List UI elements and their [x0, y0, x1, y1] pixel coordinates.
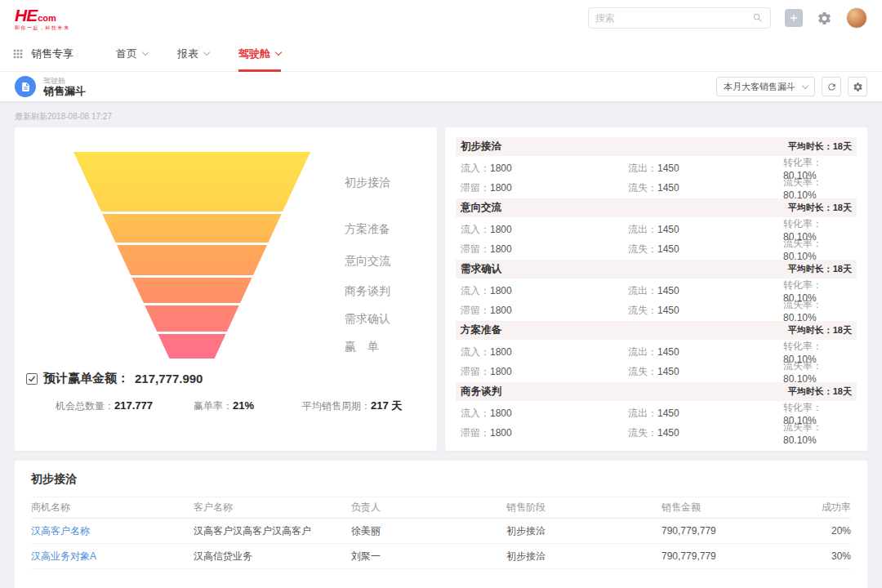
stage-title: 商务谈判	[461, 385, 501, 399]
metric-value: 1450	[657, 243, 679, 255]
search-input[interactable]	[595, 12, 747, 24]
stage-metric: 流入：1800	[461, 162, 628, 176]
opportunity-link[interactable]: 汉高业务对象A	[31, 550, 194, 564]
funnel-segment-2[interactable]	[74, 245, 310, 275]
funnel-stat-value: 21%	[233, 399, 254, 412]
nav-item-cockpit[interactable]: 驾驶舱	[238, 36, 281, 72]
gear-icon	[817, 11, 832, 26]
opportunity-table-card: 初步接洽 商机名称客户名称负责人销售阶段销售金额成功率 汉高客户名称汉高客户汉高…	[15, 461, 867, 588]
user-avatar[interactable]	[846, 7, 867, 29]
settings-button[interactable]	[848, 77, 867, 96]
chevron-down-icon	[142, 48, 149, 55]
stage-metric: 流失：1450	[628, 365, 783, 379]
funnel-segment-0[interactable]	[74, 152, 310, 212]
table-cell: 790,779,779	[662, 525, 768, 537]
metric-label: 流出：	[628, 346, 657, 358]
stage-metric-row: 滞留：1800流失：1450流失率：80.10%	[456, 359, 857, 379]
metric-value: 1450	[657, 182, 679, 194]
opportunity-link[interactable]: 汉高客户名称	[31, 524, 194, 538]
stage-duration: 平均时长：18天	[788, 385, 852, 398]
funnel-stat-value: 217.777	[114, 399, 153, 412]
funnel-segment-1[interactable]	[74, 214, 310, 243]
metric-label: 流失：	[628, 366, 657, 377]
stage-metric-row: 滞留：1800流失：1450流失率：80.10%	[456, 298, 857, 318]
stage-title: 意向交流	[461, 201, 501, 215]
funnel-filter-select[interactable]: 本月大客销售漏斗	[716, 77, 815, 96]
funnel-segment-3[interactable]	[74, 278, 310, 303]
stage-metric: 流失：1450	[628, 304, 783, 318]
stage-metric: 滞留：1800	[461, 304, 628, 318]
search-icon[interactable]	[752, 12, 764, 24]
stage-metric: 流出：1450	[628, 284, 783, 298]
metric-label: 滞留：	[461, 427, 490, 439]
table-row: 汉高客户名称汉高客户汉高客户汉高客户徐美丽初步接洽790,779,77920%	[31, 519, 851, 544]
stage-metric: 流失率：80.10%	[783, 421, 852, 446]
funnel-segment-5[interactable]	[74, 334, 310, 359]
metric-label: 流失：	[628, 182, 657, 194]
apps-grid-icon[interactable]	[11, 47, 24, 60]
metric-value: 80.10%	[783, 434, 817, 446]
stage-section-3: 方案准备平均时长：18天流入：1800流出：1450转化率：80.10%滞留：1…	[456, 321, 857, 379]
stage-metric: 流出：1450	[628, 162, 783, 176]
nav-item-reports[interactable]: 报表	[177, 36, 209, 72]
funnel-stat: 平均销售周期：217 天	[302, 398, 402, 413]
global-search[interactable]	[588, 7, 771, 29]
refresh-button[interactable]	[822, 77, 841, 96]
metric-value: 1800	[490, 366, 512, 377]
funnel-stage-label: 赢 单	[345, 339, 379, 354]
stage-metric: 流入：1800	[461, 223, 628, 237]
metric-value: 1450	[657, 427, 679, 439]
stage-metric: 流入：1800	[461, 345, 628, 359]
table-cell: 30%	[768, 550, 851, 562]
table-cell: 徐美丽	[351, 524, 506, 538]
workspace-label[interactable]: 销售专享	[31, 47, 74, 61]
stage-section-1: 意向交流平均时长：18天流入：1800流出：1450转化率：80.10%滞留：1…	[456, 198, 857, 256]
logo-tagline: 和你一起，科技未来	[15, 25, 70, 30]
stage-metric: 流出：1450	[628, 223, 783, 237]
metric-value: 1800	[490, 427, 512, 439]
funnel-stat: 机会总数量：217.777	[56, 398, 194, 413]
funnel-segment-4[interactable]	[74, 305, 310, 332]
plus-icon	[788, 12, 800, 24]
stage-metrics-card: 初步接洽平均时长：18天流入：1800流出：1450转化率：80.10%滞留：1…	[445, 127, 867, 451]
stage-metric: 流失率：80.10%	[783, 237, 852, 262]
stage-metric-row: 滞留：1800流失：1450流失率：80.10%	[456, 237, 857, 256]
stage-metric-row: 滞留：1800流失：1450流失率：80.10%	[456, 176, 857, 195]
stage-header: 需求确认平均时长：18天	[456, 260, 857, 278]
settings-button-top[interactable]	[817, 11, 832, 26]
metric-label: 流入：	[461, 163, 490, 174]
breadcrumb: 驾驶舱	[43, 77, 86, 85]
metric-value: 1450	[657, 366, 679, 377]
funnel-stat: 赢单率：21%	[194, 398, 302, 413]
checkbox-icon[interactable]	[26, 373, 38, 385]
metric-value: 1450	[657, 163, 679, 174]
add-button[interactable]	[785, 9, 803, 27]
metric-label: 流出：	[628, 285, 657, 296]
funnel-stage-label: 方案准备	[345, 221, 390, 236]
metric-label: 转化率：	[783, 279, 822, 291]
table-col-header: 销售金额	[662, 501, 768, 514]
table-col-header: 销售阶段	[506, 501, 662, 514]
nav-item-home[interactable]: 首页	[116, 36, 148, 72]
refresh-icon	[826, 82, 837, 92]
logo[interactable]: HE com 和你一起，科技未来	[15, 7, 70, 30]
table-section-title: 初步接洽	[31, 472, 851, 487]
funnel-stat-label: 赢单率：	[194, 400, 233, 412]
funnel-stage-label: 需求确认	[345, 311, 390, 326]
logo-text-com: com	[38, 14, 56, 23]
stage-metric: 流入：1800	[461, 407, 628, 421]
stage-section-0: 初步接洽平均时长：18天流入：1800流出：1450转化率：80.10%滞留：1…	[456, 137, 857, 195]
funnel-stage-label: 初步接洽	[345, 175, 390, 189]
nav-item-label: 首页	[116, 47, 137, 61]
table-col-header: 成功率	[768, 501, 851, 514]
metric-label: 滞留：	[461, 182, 490, 194]
topbar-actions	[588, 7, 867, 29]
stage-metric-row: 滞留：1800流失：1450流失率：80.10%	[456, 421, 857, 440]
metric-label: 流入：	[461, 346, 490, 358]
stage-metric: 滞留：1800	[461, 181, 628, 195]
metric-value: 1800	[490, 408, 512, 419]
stage-metric: 流失：1450	[628, 426, 783, 440]
page-title: 销售漏斗	[43, 85, 86, 97]
table-col-header: 商机名称	[31, 501, 194, 514]
stage-duration: 平均时长：18天	[788, 324, 852, 336]
